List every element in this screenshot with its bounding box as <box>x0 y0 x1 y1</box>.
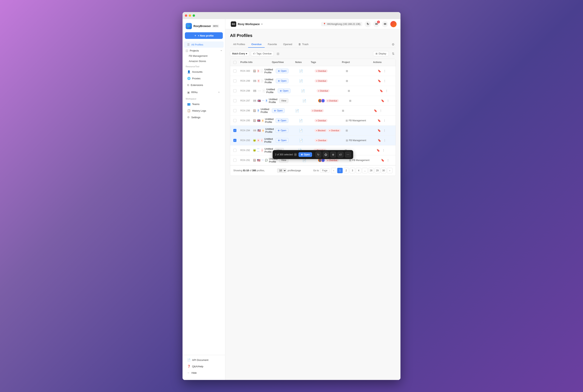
sidebar-item-proxies[interactable]: 🌐 Proxies <box>184 75 224 82</box>
bookmark-button[interactable]: 🔖 <box>377 128 381 133</box>
row-checkbox[interactable] <box>233 70 240 72</box>
notes-icon[interactable]: 📄 <box>301 89 305 92</box>
close-button[interactable] <box>185 14 187 17</box>
more-button[interactable]: ⋮ <box>386 158 390 162</box>
row-checkbox[interactable] <box>233 119 240 122</box>
tab-overdue[interactable]: Overdue <box>248 41 265 48</box>
row-checkbox[interactable] <box>233 149 240 152</box>
tab-all-profiles[interactable]: All Profiles <box>230 41 248 48</box>
add-icon[interactable]: + <box>263 89 265 92</box>
open-button[interactable]: ⊕Open <box>275 128 288 133</box>
per-page-select[interactable]: 10 20 50 <box>277 168 286 173</box>
mail-button[interactable]: ✉ <box>382 21 388 27</box>
bookmark-button[interactable]: 🔖 <box>377 69 382 73</box>
page-button-3[interactable]: 3 <box>350 168 355 173</box>
floating-more-button[interactable]: ⋯ <box>345 152 351 158</box>
bookmark-button[interactable]: 🔖 <box>377 138 382 143</box>
workspace-selector[interactable]: RO Roxy Workspace ▾ <box>229 20 264 28</box>
sidebar-item-rpas[interactable]: ▣ RPAs ＋ <box>184 89 224 96</box>
more-button[interactable]: ⋮ <box>386 98 390 103</box>
more-button[interactable]: ⋮ <box>382 128 387 133</box>
bookmark-button[interactable]: 🔖 <box>373 108 378 113</box>
add-icon[interactable]: + <box>260 69 263 73</box>
clear-selection-button[interactable]: × <box>294 153 297 156</box>
more-button[interactable]: ⋮ <box>384 88 389 93</box>
more-button[interactable]: ⋮ <box>382 78 387 83</box>
floating-open-button[interactable]: ⊕ Open <box>299 152 312 157</box>
tab-trash[interactable]: 🗑 Trash <box>295 41 312 48</box>
bookmark-button[interactable]: 🔖 <box>377 118 381 123</box>
tab-favorite[interactable]: Favorite <box>265 41 280 48</box>
display-button[interactable]: ⊞ Display <box>373 51 389 56</box>
minimize-button[interactable] <box>189 14 191 17</box>
open-button[interactable]: ⊕Open <box>275 118 288 123</box>
more-button[interactable]: ⋮ <box>381 148 386 153</box>
sidebar-item-history-logs[interactable]: 📋 History Logs <box>184 108 224 114</box>
table-settings-button[interactable]: ⚙ <box>390 42 396 47</box>
bookmark-button[interactable]: 🔖 <box>380 98 385 103</box>
prev-page-button[interactable]: ‹ <box>331 168 337 173</box>
view-button[interactable]: View <box>279 98 288 103</box>
maximize-button[interactable] <box>193 14 195 17</box>
sidebar-item-extensions[interactable]: ⧉ Extensions <box>184 82 224 88</box>
sidebar-item-accounts[interactable]: 👤 Accounts <box>184 69 224 75</box>
notes-icon[interactable]: 📄 <box>299 119 303 122</box>
rpas-add-icon[interactable]: ＋ <box>217 90 220 94</box>
more-button[interactable]: ⋮ <box>382 118 387 123</box>
sidebar-item-qa-help[interactable]: ❓ Q&A/Help <box>184 363 224 370</box>
more-button[interactable]: ⋮ <box>382 138 387 143</box>
bookmark-button[interactable]: 🔖 <box>380 158 385 162</box>
page-button-2[interactable]: 2 <box>344 168 349 173</box>
page-button-30[interactable]: 30 <box>381 168 386 173</box>
open-button[interactable]: ⊕Open <box>278 88 290 93</box>
open-button[interactable]: ⊕Open <box>272 108 285 113</box>
page-button-28[interactable]: 28 <box>368 168 374 173</box>
add-icon[interactable]: + <box>261 79 263 83</box>
open-button[interactable]: ⊕Open <box>276 138 288 143</box>
row-checkbox[interactable] <box>233 109 240 112</box>
sidebar-item-projects[interactable]: ◫ Projects − <box>182 48 225 53</box>
next-page-button[interactable]: › <box>387 168 393 173</box>
row-checkbox[interactable] <box>233 79 240 82</box>
sidebar-item-api-document[interactable]: 📄 API Document <box>184 357 224 363</box>
row-checkbox[interactable]: ✓ <box>233 129 240 132</box>
notes-icon[interactable]: 📄 <box>299 70 303 73</box>
open-button[interactable]: ⊕Open <box>276 78 288 83</box>
row-checkbox[interactable]: ✓ <box>233 139 240 142</box>
sync-button[interactable]: ↻ <box>365 21 371 27</box>
tab-opened[interactable]: Opened <box>280 41 295 48</box>
sidebar-item-all-profiles[interactable]: ☰ All Profiles <box>184 42 224 48</box>
row-checkbox[interactable] <box>233 99 240 102</box>
sidebar-item-settings[interactable]: ⚙ Settings <box>184 114 224 120</box>
notes-icon[interactable]: 📄 <box>295 109 299 112</box>
sidebar-item-amazon-stores[interactable]: Amazon Stores <box>182 58 225 64</box>
page-button-4[interactable]: 4 <box>356 168 361 173</box>
more-button[interactable]: ⋮ <box>379 108 383 113</box>
page-button-29[interactable]: 29 <box>375 168 380 173</box>
go-to-input[interactable] <box>320 168 330 173</box>
notes-icon[interactable]: 📄 <box>299 79 303 83</box>
floating-tag-button[interactable]: 🏷 <box>338 152 344 158</box>
notes-icon[interactable]: 📄 <box>303 159 306 162</box>
sidebar-item-fb-management[interactable]: FB Management <box>182 53 225 58</box>
sidebar-item-teams[interactable]: 👥 Teams <box>184 101 224 107</box>
header-checkbox[interactable] <box>233 61 236 64</box>
notes-icon[interactable]: 📄 <box>303 99 306 102</box>
open-button[interactable]: ⊕Open <box>276 69 288 73</box>
match-every-dropdown[interactable]: Match Every ▾ <box>230 51 249 56</box>
row-checkbox[interactable] <box>233 159 240 162</box>
floating-power-button[interactable]: ⏻ <box>323 152 329 158</box>
user-avatar[interactable] <box>390 21 397 27</box>
filter-options-button[interactable]: ⊟ <box>275 51 281 56</box>
new-profile-button[interactable]: ＋ + New profile <box>185 32 223 39</box>
notes-icon[interactable]: 📄 <box>299 129 303 132</box>
floating-share-button[interactable]: ⊕ <box>330 152 336 158</box>
bookmark-button[interactable]: 🔖 <box>376 148 380 153</box>
page-button-1[interactable]: 1 <box>337 168 343 173</box>
floating-reload-button[interactable]: ↻ <box>316 152 321 158</box>
notes-icon[interactable]: 📄 <box>299 139 303 142</box>
row-checkbox[interactable] <box>233 89 240 92</box>
select-all-checkbox[interactable] <box>233 61 240 64</box>
notifications-button[interactable]: ✉ 2 <box>373 21 380 27</box>
bookmark-button[interactable]: 🔖 <box>379 88 384 93</box>
